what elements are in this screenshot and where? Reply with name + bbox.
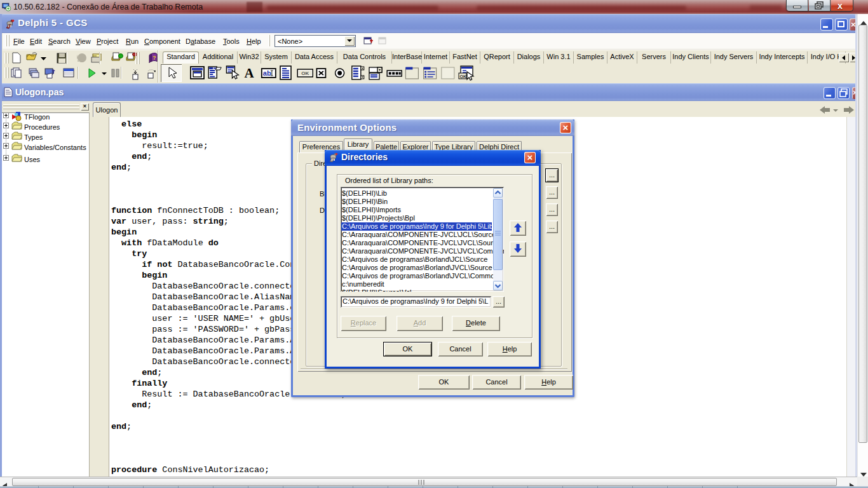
svg-text:ab: ab — [263, 69, 271, 77]
svg-text:OK: OK — [301, 71, 309, 76]
svg-text:A: A — [245, 65, 255, 81]
svg-text:?: ? — [153, 55, 156, 61]
svg-text:OK: OK — [460, 74, 467, 79]
